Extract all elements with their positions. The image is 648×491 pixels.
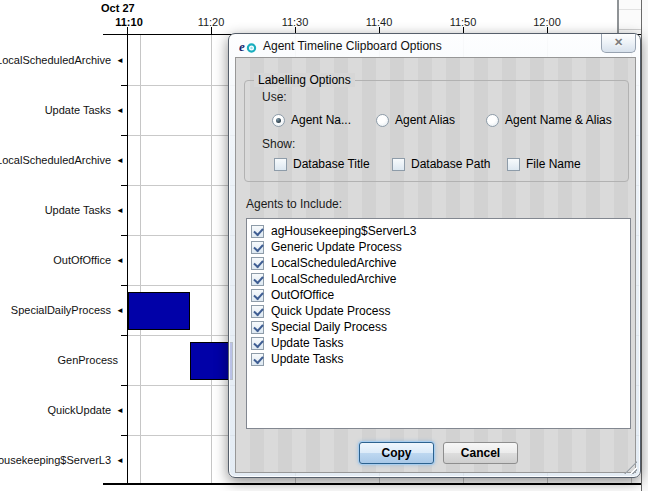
row-marker-icon: ◄ xyxy=(116,156,124,165)
gridline xyxy=(140,34,141,484)
list-item[interactable]: Generic Update Process xyxy=(247,239,630,255)
row-label: OutOfOffice◄ xyxy=(53,253,124,267)
dialog-title-bar[interactable]: e Agent Timeline Clipboard Options ✕ xyxy=(229,34,640,57)
radio-agent-name[interactable]: Agent Na... xyxy=(272,113,351,127)
row-marker-icon: ◄ xyxy=(116,256,124,265)
list-item[interactable]: OutOfOffice xyxy=(247,287,630,303)
row-tick xyxy=(121,135,127,136)
row-label: agHousekeeping$ServerL3◄ xyxy=(0,453,124,467)
radio-agent-alias[interactable]: Agent Alias xyxy=(376,113,455,127)
radio-icon xyxy=(376,114,389,127)
checkbox-checked-icon[interactable] xyxy=(251,321,264,334)
row-tick xyxy=(121,85,127,86)
vertical-scrollbar[interactable] xyxy=(617,0,641,33)
row-label: Update Tasks◄ xyxy=(45,203,124,217)
checkbox-database-path[interactable]: Database Path xyxy=(392,157,490,171)
time-tick-label: 11:10 xyxy=(115,16,143,28)
agents-list[interactable]: agHousekeeping$ServerL3 Generic Update P… xyxy=(246,218,631,429)
radio-icon xyxy=(486,114,499,127)
list-item[interactable]: Update Tasks xyxy=(247,335,630,351)
copy-button[interactable]: Copy xyxy=(359,442,434,464)
chart-date-label: Oct 27 xyxy=(101,2,135,14)
dialog-title: Agent Timeline Clipboard Options xyxy=(263,39,442,53)
row-marker-icon: ◄ xyxy=(116,406,124,415)
list-item[interactable]: Special Daily Process xyxy=(247,319,630,335)
checkbox-checked-icon[interactable] xyxy=(251,337,264,350)
use-label: Use: xyxy=(262,90,287,104)
row-marker-icon: ◄ xyxy=(116,306,124,315)
row-label: LocalScheduledArchive◄ xyxy=(0,53,124,67)
show-label: Show: xyxy=(262,137,295,151)
row-label: LocalScheduledArchive◄ xyxy=(0,153,124,167)
checkbox-file-name[interactable]: File Name xyxy=(507,157,581,171)
row-marker-icon: ◄ xyxy=(116,206,124,215)
row-tick xyxy=(121,235,127,236)
row-label: QuickUpdate◄ xyxy=(47,403,124,417)
timeline-bar-gen-process[interactable] xyxy=(190,342,233,380)
checkbox-checked-icon[interactable] xyxy=(251,273,264,286)
timeline-bar-special-daily-process[interactable] xyxy=(128,292,190,330)
bottom-axis-line xyxy=(103,483,648,485)
checkbox-checked-icon[interactable] xyxy=(251,257,264,270)
row-tick xyxy=(121,185,127,186)
dialog-body: Labelling Options Use: Agent Na... Agent… xyxy=(235,57,636,473)
list-item[interactable]: agHousekeeping$ServerL3 xyxy=(247,223,630,239)
gridline xyxy=(211,34,212,484)
row-marker-icon: ◄ xyxy=(116,106,124,115)
checkbox-checked-icon[interactable] xyxy=(251,225,264,238)
svg-text:e: e xyxy=(239,39,245,54)
row-label: Update Tasks◄ xyxy=(45,103,124,117)
agents-to-include-label: Agents to Include: xyxy=(246,197,342,211)
list-item[interactable]: Quick Update Process xyxy=(247,303,630,319)
window-right-edge xyxy=(641,0,648,491)
row-marker-icon: ◄ xyxy=(116,56,124,65)
radio-agent-name-and-alias[interactable]: Agent Name & Alias xyxy=(486,113,612,127)
row-tick xyxy=(121,435,127,436)
list-item[interactable]: LocalScheduledArchive xyxy=(247,271,630,287)
checkbox-checked-icon[interactable] xyxy=(251,353,264,366)
checkbox-checked-icon[interactable] xyxy=(251,305,264,318)
row-tick xyxy=(121,335,127,336)
cancel-button[interactable]: Cancel xyxy=(443,442,518,464)
checkbox-icon xyxy=(274,158,287,171)
checkbox-checked-icon[interactable] xyxy=(251,241,264,254)
row-tick xyxy=(121,385,127,386)
row-label: SpecialDailyProcess◄ xyxy=(11,303,124,317)
checkbox-checked-icon[interactable] xyxy=(251,289,264,302)
list-item[interactable]: LocalScheduledArchive xyxy=(247,255,630,271)
list-item[interactable]: Update Tasks xyxy=(247,351,630,367)
checkbox-icon xyxy=(392,158,405,171)
app-icon: e xyxy=(239,39,257,54)
checkbox-icon xyxy=(507,158,520,171)
close-icon[interactable]: ✕ xyxy=(601,34,636,53)
labelling-options-group: Labelling Options Use: Agent Na... Agent… xyxy=(244,80,629,182)
row-tick xyxy=(121,285,127,286)
agent-timeline-clipboard-options-dialog: e Agent Timeline Clipboard Options ✕ Lab… xyxy=(228,33,641,478)
left-axis-line xyxy=(127,34,128,484)
row-label: GenProcess xyxy=(57,353,118,367)
radio-selected-icon xyxy=(272,114,285,127)
group-title: Labelling Options xyxy=(254,73,355,87)
checkbox-database-title[interactable]: Database Title xyxy=(274,157,370,171)
row-marker-icon: ◄ xyxy=(116,456,124,465)
